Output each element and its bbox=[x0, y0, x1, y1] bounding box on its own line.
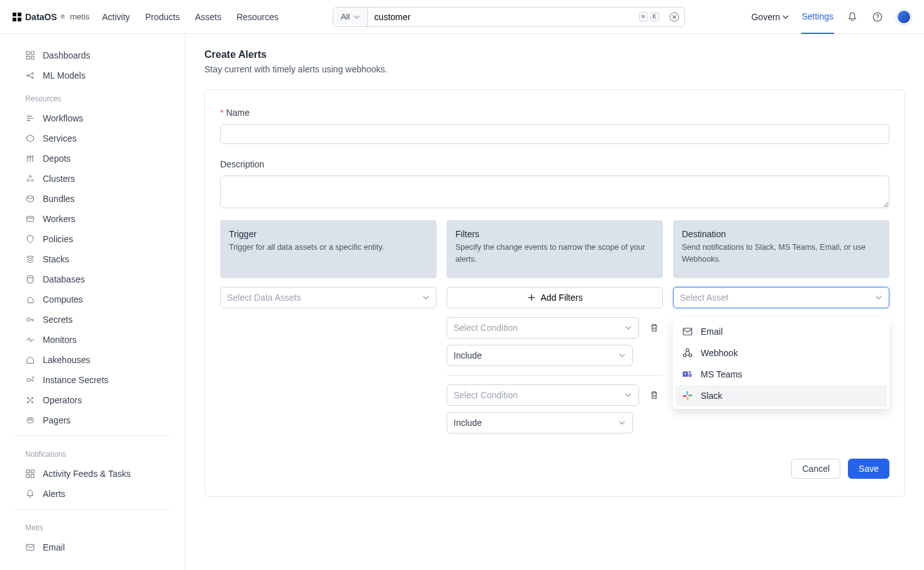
logo-icon bbox=[13, 13, 21, 21]
filters-header: Filters Specify the change events to nar… bbox=[447, 220, 663, 278]
destination-option-slack[interactable]: Slack bbox=[676, 385, 887, 406]
chevron-down-icon bbox=[782, 14, 789, 20]
condition-select[interactable]: Select Condition bbox=[447, 384, 639, 406]
sidebar-item-label: Workers bbox=[43, 214, 75, 224]
name-input[interactable] bbox=[220, 124, 889, 144]
destination-select[interactable]: Select Asset bbox=[673, 287, 889, 308]
sidebar-item-clusters[interactable]: Clusters bbox=[0, 169, 185, 189]
stacks-icon bbox=[25, 254, 35, 264]
bell-icon bbox=[847, 11, 858, 23]
sidebar-item-stacks[interactable]: Stacks bbox=[0, 249, 185, 269]
sidebar-item-workers[interactable]: Workers bbox=[0, 209, 185, 229]
sidebar-item-alerts[interactable]: Alerts bbox=[0, 484, 185, 504]
sidebar-item-label: Services bbox=[43, 133, 77, 143]
sidebar-item-lakehouses[interactable]: Lakehouses bbox=[0, 350, 185, 370]
condition-select[interactable]: Select Condition bbox=[447, 317, 639, 338]
sidebar-item-dashboards[interactable]: Dashboards bbox=[0, 45, 185, 65]
sidebar-item-email[interactable]: Email bbox=[0, 537, 185, 557]
sidebar-item-services[interactable]: Services bbox=[0, 128, 185, 148]
sidebar-item-instance-secrets[interactable]: Instance Secrets bbox=[0, 370, 185, 390]
form-actions: Cancel Save bbox=[220, 459, 889, 479]
nav-resources[interactable]: Resources bbox=[237, 12, 279, 22]
delete-filter-button[interactable] bbox=[645, 319, 663, 337]
header-right: Govern Settings bbox=[751, 9, 911, 25]
chevron-down-icon bbox=[422, 294, 430, 301]
secrets-icon bbox=[25, 315, 35, 325]
settings-link[interactable]: Settings bbox=[801, 11, 833, 23]
email-icon bbox=[682, 326, 693, 337]
sidebar-item-label: Monitors bbox=[43, 335, 77, 345]
computes-icon bbox=[25, 294, 35, 305]
sidebar-item-computes[interactable]: Computes bbox=[0, 289, 185, 310]
main-content: Create Alerts Stay current with timely a… bbox=[186, 34, 924, 570]
include-select[interactable]: Include bbox=[447, 412, 633, 433]
search-clear-button[interactable] bbox=[664, 8, 684, 26]
cancel-button[interactable]: Cancel bbox=[791, 459, 840, 479]
help-button[interactable] bbox=[871, 11, 884, 23]
sidebar-item-label: ML Models bbox=[43, 70, 86, 81]
save-button[interactable]: Save bbox=[848, 459, 889, 479]
chevron-down-icon bbox=[625, 391, 632, 399]
sidebar-item-label: Databases bbox=[43, 274, 85, 284]
nav-products[interactable]: Products bbox=[145, 12, 180, 22]
sidebar-item-label: Workflows bbox=[43, 113, 83, 123]
svg-point-11 bbox=[27, 75, 29, 77]
svg-point-6 bbox=[877, 19, 877, 20]
sidebar-item-label: Dashboards bbox=[43, 50, 91, 60]
nav-activity[interactable]: Activity bbox=[102, 12, 130, 22]
svg-rect-1 bbox=[18, 13, 21, 16]
app-logo[interactable]: DataOS® metis bbox=[13, 12, 89, 22]
description-textarea[interactable] bbox=[220, 176, 889, 208]
sidebar-item-label: Pagers bbox=[43, 415, 70, 425]
trash-icon bbox=[649, 390, 659, 400]
sidebar-item-label: Bundles bbox=[43, 194, 75, 204]
svg-rect-2 bbox=[13, 18, 16, 21]
add-filters-button[interactable]: Add Filters bbox=[447, 287, 663, 308]
destination-option-webhook[interactable]: Webhook bbox=[676, 342, 887, 364]
govern-menu[interactable]: Govern bbox=[751, 12, 789, 22]
policies-icon bbox=[25, 234, 35, 244]
search-scope-select[interactable]: All bbox=[333, 8, 368, 26]
sidebar-item-operators[interactable]: Operators bbox=[0, 390, 185, 410]
sidebar-item-workflows[interactable]: Workflows bbox=[0, 108, 185, 128]
nav-assets[interactable]: Assets bbox=[195, 12, 221, 22]
sidebar-item-pagers[interactable]: Pagers bbox=[0, 410, 185, 430]
destination-option-email[interactable]: Email bbox=[676, 321, 887, 342]
page-subtitle: Stay current with timely alerts using we… bbox=[204, 64, 905, 74]
bundles-icon bbox=[25, 194, 35, 204]
help-circle-icon bbox=[872, 11, 883, 23]
destination-desc: Send notifications to Slack, MS Teams, E… bbox=[682, 242, 881, 265]
sidebar-item-label: Depots bbox=[43, 154, 70, 164]
svg-rect-32 bbox=[26, 544, 34, 550]
sidebar-item-bundles[interactable]: Bundles bbox=[0, 189, 185, 209]
sidebar-item-secrets[interactable]: Secrets bbox=[0, 310, 185, 330]
chevron-down-icon bbox=[618, 352, 626, 359]
logo-app: metis bbox=[70, 12, 89, 21]
svg-rect-30 bbox=[26, 474, 30, 478]
search-input[interactable] bbox=[368, 8, 638, 26]
svg-rect-41 bbox=[687, 391, 688, 395]
sidebar-item-ml-models[interactable]: ML Models bbox=[0, 65, 185, 86]
sidebar-item-policies[interactable]: Policies bbox=[0, 229, 185, 249]
sidebar-item-depots[interactable]: Depots bbox=[0, 148, 185, 169]
top-nav: Activity Products Assets Resources bbox=[102, 12, 279, 22]
destination-column: Destination Send notifications to Slack,… bbox=[673, 220, 889, 433]
sidebar-heading-resources: Resources bbox=[0, 86, 185, 108]
top-header: DataOS® metis Activity Products Assets R… bbox=[0, 0, 924, 34]
sidebar-item-monitors[interactable]: Monitors bbox=[0, 330, 185, 350]
delete-filter-button[interactable] bbox=[645, 386, 663, 404]
alert-form-card: *Name Description Trigger Trigger for al… bbox=[204, 89, 905, 497]
user-avatar[interactable] bbox=[896, 9, 911, 25]
include-select[interactable]: Include bbox=[447, 345, 633, 366]
databases-icon bbox=[25, 274, 35, 284]
depots-icon bbox=[25, 154, 35, 164]
destination-option-msteams[interactable]: T MS Teams bbox=[676, 364, 887, 385]
lakehouses-icon bbox=[25, 355, 35, 365]
sidebar-item-databases[interactable]: Databases bbox=[0, 269, 185, 289]
svg-rect-28 bbox=[26, 470, 30, 473]
sidebar-item-activity-feeds-tasks[interactable]: Activity Feeds & Tasks bbox=[0, 464, 185, 484]
svg-point-39 bbox=[689, 371, 691, 373]
workflows-icon bbox=[25, 113, 35, 123]
trigger-select[interactable]: Select Data Assets bbox=[220, 287, 437, 308]
notifications-button[interactable] bbox=[846, 11, 859, 23]
